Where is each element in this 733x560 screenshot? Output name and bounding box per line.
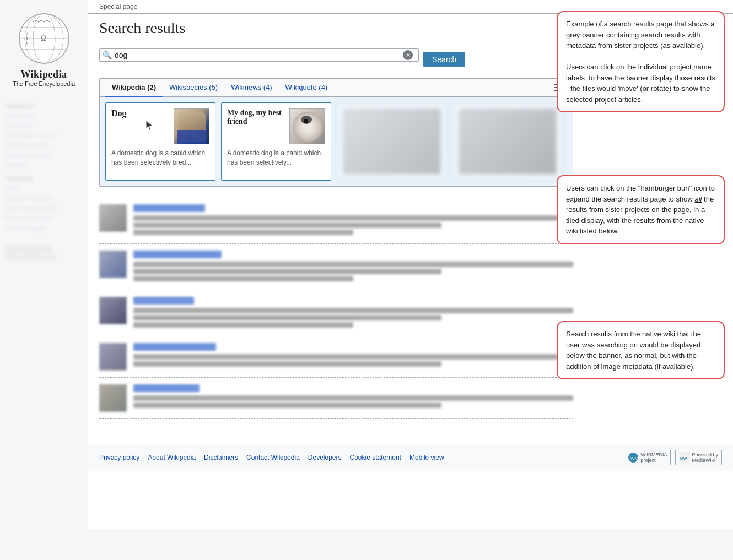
result-snippet-2: [133, 269, 441, 274]
sidebar-item-random[interactable]: Random article: [0, 150, 88, 160]
result-snippet-2: [133, 403, 441, 408]
card-top: Dog: [111, 108, 209, 144]
footer: Privacy policy About Wikipedia Disclaime…: [88, 444, 733, 471]
result-title[interactable]: [133, 343, 216, 351]
svg-text:WM: WM: [630, 456, 639, 461]
search-result-item: [99, 244, 573, 290]
result-text: [133, 297, 573, 329]
footer-about[interactable]: About Wikipedia: [148, 454, 196, 461]
result-thumbnail: [99, 297, 127, 324]
search-bar: 🔍 ✕: [99, 48, 419, 62]
sidebar-item-about[interactable]: About Wikipedia: [0, 193, 88, 203]
annotation-text-1b: Users can click on the individual projec…: [566, 62, 715, 105]
result-thumbnail: [99, 384, 127, 412]
card-title: Dog: [111, 108, 127, 118]
footer-contact[interactable]: Contact Wikipedia: [246, 454, 300, 461]
sidebar-item-contents[interactable]: Contents: [0, 121, 88, 131]
search-icon: 🔍: [103, 51, 112, 60]
page-title: Search results: [99, 19, 573, 40]
sidebar-item-help[interactable]: Help: [0, 183, 88, 193]
footer-developers[interactable]: Developers: [308, 454, 342, 461]
result-snippet-1: [133, 308, 573, 313]
result-snippet-1: [133, 395, 573, 401]
sidebar-item-contact[interactable]: Contact page: [0, 223, 88, 233]
footer-cookies[interactable]: Cookie statement: [350, 454, 401, 461]
banner-tabs: Wikipedia (2) Wikispecies (5) Wikinews (…: [100, 79, 573, 97]
result-snippet-2: [133, 222, 441, 228]
result-thumbnail: [99, 343, 127, 371]
search-input[interactable]: [115, 51, 403, 59]
card-blurred-image-2: [459, 108, 557, 175]
result-text: [133, 343, 573, 368]
tab-wikipedia[interactable]: Wikipedia (2): [105, 79, 163, 97]
result-snippet-2: [133, 315, 441, 320]
search-result-item: [99, 198, 573, 244]
search-result-item: [99, 336, 573, 378]
result-snippet-1: [133, 354, 573, 360]
card-dog-image: [174, 108, 209, 144]
result-title[interactable]: [133, 384, 200, 392]
annotation-text-2: Users can click on the "hamburger bun" i…: [566, 183, 715, 237]
results-banner: Wikipedia (2) Wikispecies (5) Wikinews (…: [99, 78, 573, 187]
annotation-text-1: Example of a search results page that sh…: [566, 19, 715, 51]
footer-disclaimers[interactable]: Disclaimers: [204, 454, 238, 461]
result-card-blurred-2[interactable]: [452, 102, 563, 181]
footer-links: Privacy policy About Wikipedia Disclaime…: [99, 454, 444, 461]
mediawiki-logo: MW Powered byMediaWiki: [675, 450, 722, 465]
result-text: [133, 204, 573, 237]
search-result-item: [99, 378, 573, 419]
result-thumbnail: [99, 204, 127, 232]
tab-wikispecies[interactable]: Wikispecies (5): [163, 79, 224, 97]
wikimedia-logo: WM WIKIMEDIAproject: [624, 450, 671, 465]
card-top-2: My dog, my best friend: [227, 108, 325, 144]
tab-wikiquote[interactable]: Wikiquote (4): [279, 79, 335, 97]
sidebar-item-main[interactable]: Main page: [0, 111, 88, 121]
svg-text:MW: MW: [680, 456, 687, 460]
result-snippet-3: [133, 276, 353, 281]
result-thumbnail: [99, 251, 127, 278]
sidebar-navigation: Navigation Main page Contents Featured c…: [0, 95, 88, 267]
annotation-box-3: Search results from the native wiki that…: [557, 321, 725, 379]
result-snippet-3: [133, 322, 353, 328]
search-clear-button[interactable]: ✕: [403, 50, 413, 60]
result-card-mydog[interactable]: My dog, my best friend A domestic dog is…: [221, 102, 331, 181]
sidebar: Ω Wikipedia The Free Encyclopedia Naviga…: [0, 0, 88, 529]
site-tagline: The Free Encyclopedia: [13, 80, 75, 87]
card-title-2: My dog, my best friend: [227, 108, 289, 126]
result-snippet-1: [133, 262, 573, 267]
sidebar-item-featured[interactable]: Featured content: [0, 131, 88, 140]
logo-area: Ω Wikipedia The Free Encyclopedia: [13, 6, 75, 95]
card-mydog-image: [289, 108, 325, 144]
result-title[interactable]: [133, 204, 205, 212]
result-snippet-1: [133, 215, 573, 221]
annotation-box-1: Example of a search results page that sh…: [557, 11, 725, 112]
card-description: A domestic dog is a canid which has been…: [111, 149, 209, 167]
sidebar-item-recent[interactable]: Recent changes: [0, 213, 88, 223]
result-text: [133, 251, 573, 283]
result-title[interactable]: [133, 251, 222, 258]
footer-mobile[interactable]: Mobile view: [409, 454, 444, 461]
result-snippet-3: [133, 230, 353, 235]
footer-logos: WM WIKIMEDIAproject MW Powered byMediaWi…: [624, 450, 722, 465]
banner-cards: Dog A domestic dog is a canid which has …: [100, 97, 573, 186]
sidebar-item-community[interactable]: Community portal: [0, 203, 88, 213]
site-name: Wikipedia: [20, 69, 67, 80]
search-result-item: [99, 290, 573, 336]
annotation-box-2: Users can click on the "hamburger bun" i…: [557, 175, 725, 244]
svg-text:Ω: Ω: [41, 34, 46, 42]
sidebar-item-current[interactable]: Current events: [0, 140, 88, 150]
result-card-blurred-1[interactable]: [337, 102, 447, 181]
result-text: [133, 384, 573, 410]
content-area: Search results 🔍 ✕ Search Wikipedia (2) …: [88, 14, 584, 433]
tab-wikinews[interactable]: Wikinews (4): [224, 79, 278, 97]
wikipedia-globe-icon: Ω: [17, 11, 72, 66]
result-card-dog[interactable]: Dog A domestic dog is a canid which has …: [105, 102, 215, 181]
result-title[interactable]: [133, 297, 194, 305]
card-blurred-image-1: [343, 108, 441, 175]
annotation-text-3: Search results from the native wiki that…: [566, 329, 715, 372]
native-search-results: [99, 195, 573, 422]
sidebar-item-donate[interactable]: Donate: [0, 160, 88, 170]
footer-privacy[interactable]: Privacy policy: [99, 454, 139, 461]
card-description-2: A domestic dog is a canid which has been…: [227, 149, 325, 167]
search-button[interactable]: Search: [423, 52, 465, 67]
